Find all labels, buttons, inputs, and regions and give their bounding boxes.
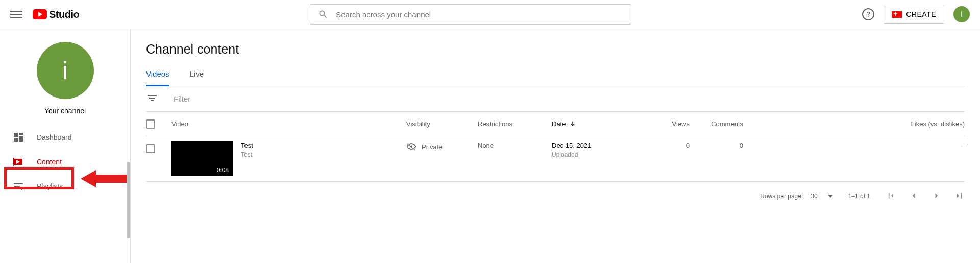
header-actions: ? CREATE i (862, 5, 970, 24)
filter-bar[interactable]: Filter (146, 86, 965, 112)
sidebar-item-dashboard[interactable]: Dashboard (0, 125, 130, 150)
content-table: Video Visibility Restrictions Date Views… (146, 112, 965, 182)
create-button[interactable]: CREATE (884, 5, 944, 24)
comments-value: 0 (690, 141, 743, 149)
youtube-play-icon (33, 9, 47, 19)
select-all-checkbox[interactable] (146, 119, 155, 129)
main-content: Channel content Videos Live Filter Video… (131, 29, 980, 263)
col-views[interactable]: Views (639, 120, 690, 128)
page-range: 1–1 of 1 (848, 193, 870, 200)
col-video[interactable]: Video (172, 120, 406, 128)
create-camera-icon (892, 11, 902, 18)
views-value: 0 (639, 141, 690, 149)
body: i Your channel Dashboard Content Playlis… (0, 29, 980, 263)
date-status: Uploaded (552, 151, 639, 158)
help-icon[interactable]: ? (862, 8, 874, 20)
channel-block: i Your channel (0, 42, 130, 125)
video-thumbnail[interactable]: 0:08 (172, 141, 233, 176)
video-description: Test (241, 151, 253, 158)
content-tabs: Videos Live (146, 69, 965, 86)
sidebar-item-label: Dashboard (37, 133, 72, 141)
channel-label: Your channel (44, 107, 86, 115)
visibility-value: Private (422, 143, 442, 151)
likes-value: – (743, 141, 965, 149)
sidebar-item-playlists[interactable]: Playlists (0, 174, 130, 199)
col-visibility[interactable]: Visibility (406, 120, 478, 128)
filter-icon (146, 92, 158, 106)
restrictions-value: None (478, 141, 552, 149)
playlists-icon (12, 180, 24, 193)
date-value: Dec 15, 2021 (552, 141, 639, 149)
rows-per-page-select[interactable]: 30 (811, 193, 832, 200)
first-page-button[interactable] (886, 190, 896, 202)
logo-text: Studio (49, 9, 79, 20)
create-label: CREATE (906, 10, 936, 18)
app-header: Studio ? CREATE i (0, 0, 980, 29)
account-avatar[interactable]: i (953, 6, 970, 22)
search-container (79, 4, 862, 25)
video-duration: 0:08 (215, 166, 231, 174)
sidebar-item-content[interactable]: Content (0, 150, 130, 174)
studio-logo[interactable]: Studio (33, 9, 79, 20)
search-box[interactable] (310, 4, 631, 25)
rows-per-page-label: Rows per page: (760, 193, 803, 200)
search-input[interactable] (336, 10, 623, 19)
dashboard-icon (12, 131, 24, 144)
next-page-button[interactable] (932, 190, 942, 202)
channel-avatar[interactable]: i (37, 42, 94, 99)
col-date[interactable]: Date (552, 120, 639, 128)
tab-live[interactable]: Live (190, 69, 204, 86)
sidebar-item-label: Content (37, 158, 62, 166)
dropdown-icon (828, 195, 833, 198)
menu-icon[interactable] (10, 8, 22, 20)
tab-videos[interactable]: Videos (146, 69, 169, 86)
page-title: Channel content (146, 42, 965, 57)
visibility-private-icon (406, 141, 416, 152)
sidebar: i Your channel Dashboard Content Playlis… (0, 29, 131, 263)
content-icon (12, 156, 24, 168)
video-title[interactable]: Test (241, 141, 253, 149)
row-checkbox[interactable] (146, 144, 155, 153)
table-header: Video Visibility Restrictions Date Views… (146, 112, 965, 136)
search-icon (318, 9, 328, 19)
arrow-down-icon (569, 120, 577, 128)
pagination: Rows per page: 30 1–1 of 1 (146, 182, 965, 210)
col-comments[interactable]: Comments (690, 120, 743, 128)
prev-page-button[interactable] (909, 190, 919, 202)
scrollbar[interactable] (127, 162, 130, 238)
col-likes[interactable]: Likes (vs. dislikes) (743, 120, 965, 128)
col-restrictions[interactable]: Restrictions (478, 120, 552, 128)
sidebar-item-label: Playlists (37, 182, 63, 190)
filter-label: Filter (174, 94, 190, 103)
last-page-button[interactable] (954, 190, 965, 202)
table-row[interactable]: 0:08 Test Test Private None Dec 15, 2021… (146, 136, 965, 182)
